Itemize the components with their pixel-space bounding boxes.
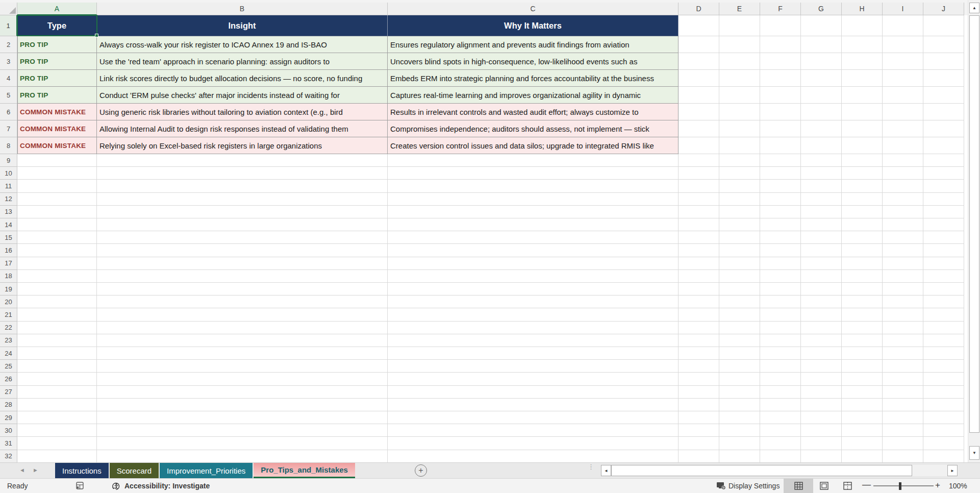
cell-A9[interactable] [17,154,97,167]
cell-E21[interactable] [719,308,760,321]
cell-I17[interactable] [883,257,923,270]
cell-I10[interactable] [883,167,923,180]
cell-H11[interactable] [842,180,883,192]
cell-I23[interactable] [883,334,923,347]
cell-A15[interactable] [17,231,97,244]
cell-J15[interactable] [923,231,964,244]
cell-E19[interactable] [719,283,760,295]
cell-I29[interactable] [883,411,923,424]
cell-J1[interactable] [923,15,964,36]
cell-G28[interactable] [801,399,842,411]
cell-F29[interactable] [760,411,801,424]
cell-G16[interactable] [801,244,842,257]
zoom-in-button[interactable]: + [935,478,940,492]
cell-J32[interactable] [923,450,964,463]
cell-H3[interactable] [842,53,883,70]
cell-A23[interactable] [17,334,97,347]
cell-G12[interactable] [801,193,842,206]
tab-nav-left-icon[interactable]: ◄ [19,467,25,473]
cell-H30[interactable] [842,424,883,437]
cell-C32[interactable] [388,450,679,463]
cell-D24[interactable] [679,347,719,360]
cell-J20[interactable] [923,295,964,308]
row-header-28[interactable]: 28 [0,399,17,411]
cell-E26[interactable] [719,373,760,385]
row-header-32[interactable]: 32 [0,450,17,463]
cell-I21[interactable] [883,308,923,321]
cell-J4[interactable] [923,70,964,87]
cell-J28[interactable] [923,399,964,411]
cell-I5[interactable] [883,87,923,104]
cell-I25[interactable] [883,360,923,373]
cell-H24[interactable] [842,347,883,360]
macro-record-icon[interactable] [76,479,84,493]
cell-B27[interactable] [97,386,388,399]
cell-B4[interactable]: Link risk scores directly to budget allo… [97,70,388,87]
row-header-8[interactable]: 8 [0,137,17,154]
cell-C29[interactable] [388,411,679,424]
vertical-scrollbar[interactable]: ▲ ▼ [968,0,980,462]
cell-C15[interactable] [388,231,679,244]
cell-C6[interactable]: Results in irrelevant controls and waste… [388,104,679,120]
cell-B20[interactable] [97,295,388,308]
cell-D7[interactable] [679,120,719,137]
cell-H21[interactable] [842,308,883,321]
cell-C1[interactable]: Why It Matters [388,15,679,36]
cell-F6[interactable] [760,104,801,120]
cell-A29[interactable] [17,411,97,424]
cell-G10[interactable] [801,167,842,180]
cell-A14[interactable] [17,218,97,231]
cell-J22[interactable] [923,322,964,334]
cell-E18[interactable] [719,270,760,283]
cell-B7[interactable]: Allowing Internal Audit to design risk r… [97,120,388,137]
cell-H8[interactable] [842,137,883,154]
cell-E23[interactable] [719,334,760,347]
cell-C25[interactable] [388,360,679,373]
cell-E22[interactable] [719,322,760,334]
cell-C17[interactable] [388,257,679,270]
cell-F16[interactable] [760,244,801,257]
cell-C10[interactable] [388,167,679,180]
cell-G14[interactable] [801,218,842,231]
cell-A4[interactable]: PRO TIP [17,70,97,87]
row-header-1[interactable]: 1 [0,15,17,36]
cell-J23[interactable] [923,334,964,347]
cell-H26[interactable] [842,373,883,385]
scroll-up-icon[interactable]: ▲ [969,3,979,13]
row-header-21[interactable]: 21 [0,308,17,321]
column-header-A[interactable]: A [17,3,97,15]
row-header-17[interactable]: 17 [0,257,17,270]
cell-H31[interactable] [842,437,883,450]
cell-C28[interactable] [388,399,679,411]
cell-A1[interactable]: Type [17,15,97,36]
cell-A12[interactable] [17,193,97,206]
cell-A31[interactable] [17,437,97,450]
cell-D29[interactable] [679,411,719,424]
cell-F2[interactable] [760,36,801,53]
column-header-B[interactable]: B [97,3,388,15]
cell-B23[interactable] [97,334,388,347]
cell-E12[interactable] [719,193,760,206]
cell-I13[interactable] [883,206,923,218]
cell-E24[interactable] [719,347,760,360]
new-sheet-button[interactable]: + [415,464,427,477]
cell-F30[interactable] [760,424,801,437]
cell-G11[interactable] [801,180,842,192]
cell-B30[interactable] [97,424,388,437]
cell-F17[interactable] [760,257,801,270]
display-settings-button[interactable]: Display Settings [728,479,780,493]
cell-E30[interactable] [719,424,760,437]
cell-J27[interactable] [923,386,964,399]
cell-C26[interactable] [388,373,679,385]
cell-H15[interactable] [842,231,883,244]
page-break-view-icon[interactable] [843,482,852,491]
cell-A17[interactable] [17,257,97,270]
cell-F7[interactable] [760,120,801,137]
cell-E8[interactable] [719,137,760,154]
cell-H18[interactable] [842,270,883,283]
cell-I19[interactable] [883,283,923,295]
cell-B13[interactable] [97,206,388,218]
cell-J11[interactable] [923,180,964,192]
cell-H19[interactable] [842,283,883,295]
cell-J18[interactable] [923,270,964,283]
